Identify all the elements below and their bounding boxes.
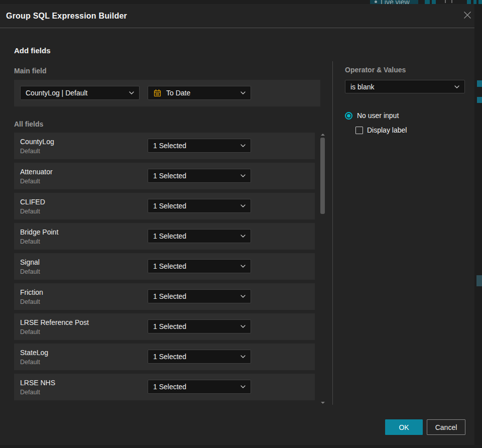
field-values-select[interactable]: 1 Selected bbox=[148, 350, 251, 364]
main-field-select-value: CountyLog | Default bbox=[26, 89, 126, 97]
live-view-dot-icon bbox=[375, 1, 377, 3]
field-values-select[interactable]: 1 Selected bbox=[148, 199, 251, 213]
field-row: Bridge Point Default 1 Selected bbox=[14, 223, 315, 250]
scrollbar-thumb[interactable] bbox=[320, 138, 325, 214]
chevron-down-icon bbox=[240, 385, 246, 388]
date-type-select-value: To Date bbox=[166, 89, 237, 97]
background-fragment bbox=[477, 80, 482, 87]
toolbar-fragment bbox=[473, 0, 476, 4]
background-fragment bbox=[476, 275, 482, 286]
chevron-down-icon bbox=[240, 174, 246, 177]
field-name: StateLog bbox=[20, 349, 48, 357]
live-view-button[interactable]: Live view bbox=[370, 0, 418, 4]
field-row: Attenuator Default 1 Selected bbox=[14, 163, 315, 189]
field-subtitle: Default bbox=[20, 208, 40, 215]
field-subtitle: Default bbox=[20, 389, 40, 396]
chevron-down-icon bbox=[240, 295, 246, 298]
main-field-panel: CountyLog | Default To Date bbox=[14, 80, 320, 106]
field-subtitle: Default bbox=[20, 328, 40, 335]
field-values-select[interactable]: 1 Selected bbox=[148, 229, 251, 243]
ok-button[interactable]: OK bbox=[385, 419, 423, 435]
dialog-header: Group SQL Expression Builder bbox=[0, 4, 474, 28]
toolbar-fragment bbox=[451, 0, 452, 3]
chevron-down-icon bbox=[240, 265, 246, 268]
operator-values-label: Operator & Values bbox=[345, 66, 406, 74]
field-values-select[interactable]: 1 Selected bbox=[148, 139, 251, 153]
field-subtitle: Default bbox=[20, 298, 40, 305]
section-title: Add fields bbox=[14, 46, 51, 55]
field-subtitle: Default bbox=[20, 148, 40, 155]
radio-selected-icon[interactable] bbox=[345, 112, 352, 120]
dialog-group-sql-expression-builder: Group SQL Expression Builder Add fields … bbox=[0, 4, 474, 445]
toolbar-fragment bbox=[425, 0, 430, 4]
field-row: StateLog Default 1 Selected bbox=[14, 344, 315, 370]
display-label-text: Display label bbox=[367, 126, 407, 134]
operator-select[interactable]: is blank bbox=[345, 80, 465, 93]
field-row: LRSE NHS Default 1 Selected bbox=[14, 374, 315, 400]
toolbar-fragment bbox=[432, 0, 436, 4]
toolbar-fragment bbox=[467, 0, 471, 4]
field-values-select[interactable]: 1 Selected bbox=[148, 259, 251, 273]
toolbar-fragment bbox=[478, 0, 482, 4]
field-row: Friction Default 1 Selected bbox=[14, 283, 315, 310]
close-icon bbox=[463, 11, 472, 20]
live-view-label: Live view bbox=[381, 0, 410, 4]
app-background-top: Live view bbox=[0, 0, 482, 4]
no-user-input-label: No user input bbox=[357, 111, 399, 120]
checkbox-unchecked-icon[interactable] bbox=[355, 127, 363, 134]
field-name: Attenuator bbox=[20, 168, 53, 176]
app-background-right bbox=[474, 4, 482, 445]
chevron-down-icon bbox=[240, 235, 246, 238]
no-user-input-option[interactable]: No user input bbox=[345, 111, 399, 120]
column-divider bbox=[332, 61, 333, 405]
field-values-select[interactable]: 1 Selected bbox=[148, 380, 251, 394]
all-fields-list: CountyLog Default 1 Selected Attenuator … bbox=[14, 133, 315, 404]
field-subtitle: Default bbox=[20, 178, 40, 185]
chevron-down-icon bbox=[454, 85, 459, 88]
field-name: CountyLog bbox=[20, 138, 54, 146]
scrollbar[interactable] bbox=[320, 133, 325, 405]
field-row: CountyLog Default 1 Selected bbox=[14, 133, 315, 159]
toolbar-fragment bbox=[445, 0, 446, 3]
date-type-select[interactable]: To Date bbox=[148, 86, 251, 100]
field-subtitle: Default bbox=[20, 238, 40, 245]
field-name: CLIFED bbox=[20, 198, 45, 206]
all-fields-label: All fields bbox=[14, 120, 43, 128]
field-row: LRSE Reference Post Default 1 Selected bbox=[14, 313, 315, 340]
calendar-icon bbox=[153, 89, 162, 97]
dialog-title: Group SQL Expression Builder bbox=[6, 4, 127, 28]
app-background-bottom bbox=[0, 445, 482, 448]
chevron-down-icon bbox=[240, 325, 246, 328]
field-values-select[interactable]: 1 Selected bbox=[148, 319, 251, 333]
field-name: LRSE NHS bbox=[20, 379, 55, 387]
operator-select-value: is blank bbox=[350, 83, 451, 91]
field-subtitle: Default bbox=[20, 268, 40, 275]
field-values-select[interactable]: 1 Selected bbox=[148, 289, 251, 303]
background-fragment bbox=[477, 97, 482, 103]
cancel-button[interactable]: Cancel bbox=[427, 419, 465, 435]
field-name: Friction bbox=[20, 288, 43, 296]
field-name: Bridge Point bbox=[20, 228, 58, 236]
chevron-down-icon bbox=[129, 91, 134, 94]
field-name: Signal bbox=[20, 258, 40, 266]
display-label-option[interactable]: Display label bbox=[355, 126, 407, 134]
close-button[interactable] bbox=[460, 8, 474, 22]
scroll-down-arrow-icon[interactable] bbox=[321, 402, 325, 404]
main-field-select[interactable]: CountyLog | Default bbox=[20, 86, 140, 100]
field-values-select[interactable]: 1 Selected bbox=[148, 169, 251, 183]
field-name: LRSE Reference Post bbox=[20, 318, 89, 326]
chevron-down-icon bbox=[240, 144, 246, 147]
chevron-down-icon bbox=[240, 204, 246, 207]
chevron-down-icon bbox=[240, 355, 246, 358]
main-field-label: Main field bbox=[14, 67, 47, 75]
chevron-down-icon bbox=[240, 91, 246, 94]
field-subtitle: Default bbox=[20, 359, 40, 366]
field-row: CLIFED Default 1 Selected bbox=[14, 193, 315, 219]
field-row: Signal Default 1 Selected bbox=[14, 253, 315, 280]
scroll-up-arrow-icon[interactable] bbox=[321, 134, 325, 136]
